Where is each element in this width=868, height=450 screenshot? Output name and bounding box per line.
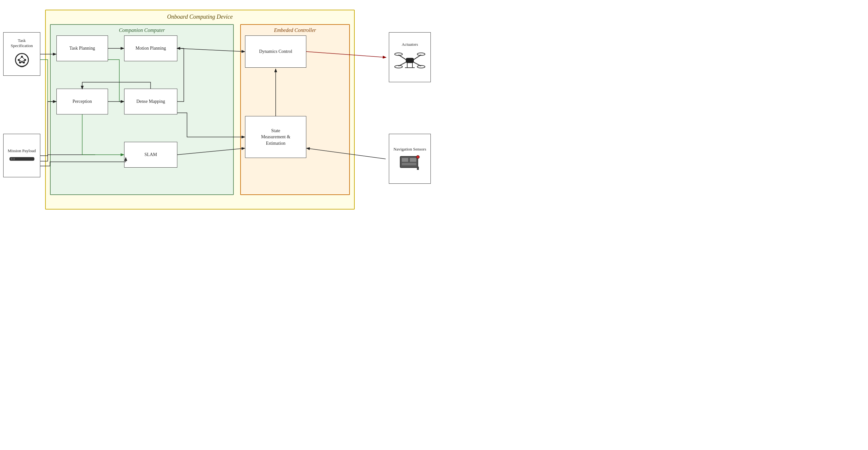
onboard-label: Onboard Computing Device xyxy=(167,13,232,20)
svg-line-6 xyxy=(19,57,22,60)
sensor-icon xyxy=(397,153,423,171)
svg-rect-29 xyxy=(402,158,408,162)
task-spec-box: Task Specification xyxy=(3,32,40,76)
svg-point-32 xyxy=(416,155,420,159)
drone-icon xyxy=(394,49,426,72)
dense-mapping-box: Dense Mapping xyxy=(124,89,177,115)
slam-label: SLAM xyxy=(145,152,157,158)
embedded-label: Embeded Controller xyxy=(274,27,316,33)
svg-rect-13 xyxy=(10,157,34,161)
svg-rect-16 xyxy=(406,58,414,63)
dynamics-control-label: Dynamics Control xyxy=(259,49,292,55)
companion-label: Companion Computer xyxy=(119,27,165,33)
slam-box: SLAM xyxy=(124,142,177,168)
svg-line-7 xyxy=(22,57,25,60)
svg-rect-15 xyxy=(13,158,14,160)
svg-rect-14 xyxy=(11,158,12,160)
svg-point-0 xyxy=(16,54,28,66)
svg-rect-31 xyxy=(402,163,416,165)
actuators-box: Actuators xyxy=(389,32,431,82)
task-planning-box: Task Planning xyxy=(56,35,108,61)
task-planning-label: Task Planning xyxy=(69,45,95,52)
task-spec-label: Task Specification xyxy=(7,38,37,49)
mission-payload-label: Mission Payload xyxy=(8,148,36,154)
actuators-label: Actuators xyxy=(402,42,418,47)
dynamics-control-box: Dynamics Control xyxy=(245,35,306,68)
perception-box: Perception xyxy=(56,89,108,115)
diagram-container: Onboard Computing Device Companion Compu… xyxy=(0,0,434,225)
nav-sensors-box: Navigation Sensors xyxy=(389,134,431,184)
motion-planning-label: Motion Planning xyxy=(135,45,166,52)
mission-payload-box: Mission Payload xyxy=(3,134,40,177)
motion-planning-box: Motion Planning xyxy=(124,35,177,61)
svg-rect-33 xyxy=(417,167,419,170)
state-measurement-label: StateMeasurement &Estimation xyxy=(261,128,290,147)
state-measurement-box: StateMeasurement &Estimation xyxy=(245,116,306,158)
brain-icon xyxy=(12,51,32,70)
dense-mapping-label: Dense Mapping xyxy=(136,98,165,105)
payload-icon xyxy=(9,155,35,163)
nav-sensors-label: Navigation Sensors xyxy=(393,147,426,152)
perception-label: Perception xyxy=(72,98,92,105)
svg-rect-30 xyxy=(410,158,416,162)
